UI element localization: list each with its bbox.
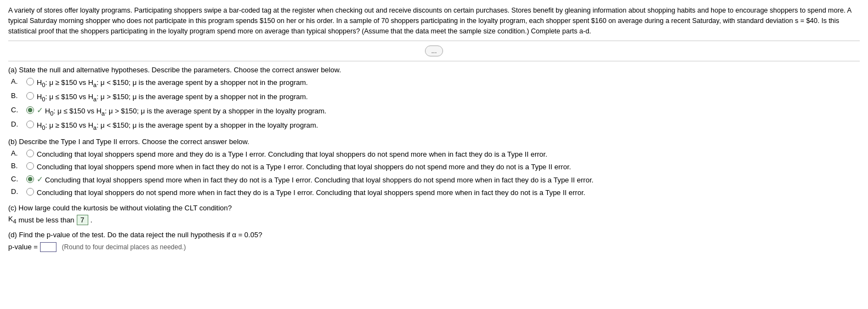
option-a4-letter: D. (11, 120, 26, 128)
option-b3-radio[interactable] (26, 175, 34, 183)
check-icon-b3: ✓ (37, 175, 43, 184)
option-a1-text: H0: μ ≥ $150 vs Ha: μ < $150; μ is the a… (37, 77, 308, 89)
intro-paragraph: A variety of stores offer loyalty progra… (8, 5, 860, 36)
option-a4-radio[interactable] (26, 121, 34, 128)
option-b2-text: Concluding that loyal shoppers spend mor… (37, 162, 571, 173)
part-b-label: (b) Describe the Type I and Type II erro… (8, 138, 860, 146)
option-a2[interactable]: B. H0: μ ≤ $150 vs Ha: μ > $150; μ is th… (8, 91, 860, 104)
kurtosis-row: K4 must be less than 7 . (8, 215, 860, 225)
pvalue-row: p-value = (Round to four decimal places … (8, 242, 860, 252)
option-a1-radio[interactable] (26, 78, 34, 85)
intro-text: A variety of stores offer loyalty progra… (8, 7, 852, 35)
option-b3[interactable]: C. ✓ Concluding that loyal shoppers spen… (8, 175, 860, 186)
part-a-section: (a) State the null and alternative hypot… (8, 66, 860, 131)
option-a4[interactable]: D. H0: μ ≥ $150 vs Ha: μ < $150; μ is th… (8, 120, 860, 132)
option-a3-text: H0: μ ≤ $150 vs Ha: μ > $150; μ is the a… (45, 106, 326, 118)
option-b1[interactable]: A. Concluding that loyal shoppers spend … (8, 149, 860, 160)
option-b4-text: Concluding that loyal shoppers do not sp… (37, 187, 585, 198)
option-a1[interactable]: A. H0: μ ≥ $150 vs Ha: μ < $150; μ is th… (8, 77, 860, 89)
option-a3-radio[interactable] (26, 106, 34, 114)
option-a3-letter: C. (11, 106, 26, 114)
pvalue-label: p-value = (8, 243, 38, 251)
part-a-label: (a) State the null and alternative hypot… (8, 66, 860, 74)
option-a3[interactable]: C. ✓ H0: μ ≤ $150 vs Ha: μ > $150; μ is … (8, 106, 860, 118)
option-b3-text: Concluding that loyal shoppers spend mor… (45, 175, 593, 186)
option-a1-letter: A. (11, 77, 26, 85)
part-c-label: (c) How large could the kurtosis be with… (8, 204, 860, 212)
check-icon-a3: ✓ (37, 106, 43, 115)
option-b4-radio[interactable] (26, 188, 34, 196)
part-d-section: (d) Find the p-value of the test. Do the… (8, 231, 860, 252)
pvalue-input[interactable] (40, 242, 56, 252)
option-b1-radio[interactable] (26, 150, 34, 157)
kurtosis-value: 7 (77, 215, 88, 225)
kurtosis-period: . (90, 216, 93, 224)
part-d-label: (d) Find the p-value of the test. Do the… (8, 231, 860, 239)
divider-top (8, 41, 860, 41)
pvalue-hint: (Round to four decimal places as needed.… (62, 243, 186, 251)
option-b4[interactable]: D. Concluding that loyal shoppers do not… (8, 187, 860, 198)
option-b2[interactable]: B. Concluding that loyal shoppers spend … (8, 162, 860, 173)
option-a2-letter: B. (11, 91, 26, 100)
expand-button[interactable]: ... (425, 45, 442, 56)
option-b4-letter: D. (11, 187, 26, 196)
option-b3-letter: C. (11, 175, 26, 183)
option-a2-radio[interactable] (26, 92, 34, 100)
kurtosis-must: must be less than (19, 216, 75, 224)
option-b2-letter: B. (11, 162, 26, 170)
option-b2-radio[interactable] (26, 162, 34, 170)
option-a2-text: H0: μ ≤ $150 vs Ha: μ > $150; μ is the a… (37, 91, 308, 104)
option-b1-letter: A. (11, 149, 26, 157)
part-c-section: (c) How large could the kurtosis be with… (8, 204, 860, 225)
divider-bottom (8, 61, 860, 61)
option-b1-text: Concluding that loyal shoppers spend mor… (37, 149, 547, 160)
part-b-section: (b) Describe the Type I and Type II erro… (8, 138, 860, 198)
kurtosis-prefix: K4 (8, 215, 16, 225)
option-a4-text: H0: μ ≥ $150 vs Ha: μ < $150; μ is the a… (37, 120, 318, 132)
